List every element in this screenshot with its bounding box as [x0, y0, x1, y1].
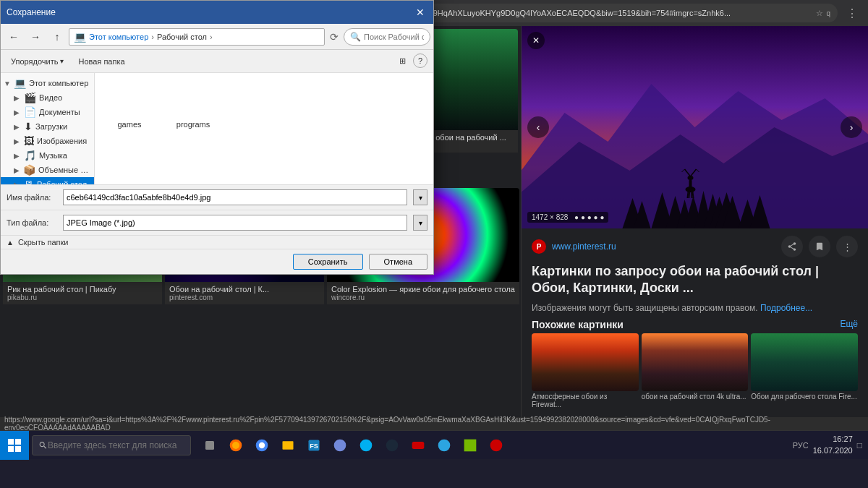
taskbar-icon-skype[interactable]	[353, 431, 379, 460]
right-panel: ✕ ‹ › 1472 × 828 ● ● ● ● ● P	[521, 26, 868, 459]
taskbar-search-bar[interactable]	[32, 435, 191, 455]
taskbar-icon-game[interactable]	[405, 431, 431, 460]
clock[interactable]: 16:27 16.07.2020	[813, 434, 853, 456]
similar-card-1-label: Атмосферные обои из Firewat...	[532, 393, 639, 408]
tree-item-music[interactable]: ▶ 🎵 Музыка	[1, 148, 94, 163]
browser-star-icon: ☆	[816, 9, 823, 18]
new-folder-button[interactable]: Новая папка	[74, 54, 129, 69]
tree-item-documents[interactable]: ▶ 📄 Документы	[1, 105, 94, 119]
taskbar-icon-fs[interactable]: FS	[301, 431, 327, 460]
save-button[interactable]: Сохранить	[293, 254, 363, 270]
panel-prev-button[interactable]: ‹	[527, 116, 549, 138]
right-panel-desc: Изображения могут быть защищены авторски…	[532, 303, 858, 313]
svg-rect-38	[283, 441, 294, 450]
panel-nav: ‹ ›	[522, 116, 868, 138]
folder-programs[interactable]: programs	[164, 79, 222, 132]
dialog-close-button[interactable]: ✕	[413, 5, 427, 20]
more-button[interactable]: ⋮	[836, 236, 858, 257]
tray-keyboard-layout[interactable]: РУС	[793, 441, 809, 450]
hide-folders-bar[interactable]: ▲ Скрыть папки	[1, 235, 433, 249]
desktop: ← → ↻ ⌂ https://www.google.com/search?q=…	[0, 0, 868, 459]
view-button[interactable]: ⊞	[395, 53, 410, 69]
filetype-select[interactable]: JPEG Image (*.jpg)	[63, 215, 407, 231]
cancel-button[interactable]: Отмена	[369, 254, 427, 270]
taskbar-search-input[interactable]	[48, 440, 184, 450]
site-url[interactable]: www.pinterest.ru	[552, 241, 775, 252]
folder-games-body	[111, 90, 148, 115]
similar-card-2[interactable]: обои на рабочий стол 4k ultra...	[642, 333, 749, 408]
save-dialog: Сохранение ✕ ← → ↑ 💻 Этот компьютер › Ра…	[0, 0, 434, 275]
hide-folders-label: Скрыть папки	[18, 238, 69, 247]
taskbar-icon-explorer[interactable]	[275, 431, 301, 460]
svg-text:FS: FS	[310, 442, 318, 450]
tree-label-computer: Этот компьютер	[29, 79, 88, 87]
explorer-up-button[interactable]: ↑	[47, 27, 67, 47]
filetype-dropdown-arrow[interactable]: ▾	[413, 215, 427, 231]
bookmark-button[interactable]	[809, 236, 830, 257]
tree-label-downloads: Загрузки	[35, 122, 67, 131]
tree-item-downloads[interactable]: ▶ ⬇ Загрузки	[1, 119, 94, 134]
taskbar-icon-steam[interactable]	[379, 431, 405, 460]
explorer-toolbar: ← → ↑ 💻 Этот компьютер › Рабочий стол › …	[1, 24, 433, 50]
taskbar-icon-extra[interactable]	[483, 431, 509, 460]
command-bar: Упорядочить ▾ Новая папка ⊞ ?	[1, 50, 433, 73]
windows-logo-icon	[7, 438, 22, 453]
browser-menu-button[interactable]: ⋮	[842, 3, 862, 23]
address-desktop: Рабочий стол	[157, 33, 207, 41]
panel-close-button[interactable]: ✕	[527, 32, 545, 49]
svg-rect-30	[15, 439, 21, 445]
organize-button[interactable]: Упорядочить ▾	[7, 54, 68, 69]
image-dimensions: 1472 × 828 ● ● ● ● ●	[527, 212, 608, 223]
browser-status-bar: https://www.google.com/url?sa=i&url=http…	[0, 417, 868, 430]
tree-item-video[interactable]: ▶ 🎬 Видео	[1, 90, 94, 105]
right-panel-title: Картинки по запросу обои на рабочий стол…	[532, 263, 858, 297]
share-button[interactable]	[781, 236, 803, 257]
similar-more-link[interactable]: Ещё	[840, 319, 858, 330]
browser-status-url: https://www.google.com/url?sa=i&url=http…	[4, 416, 864, 432]
taskbar-icon-cortana[interactable]	[197, 431, 223, 460]
start-button[interactable]	[0, 431, 29, 460]
explorer-search-input[interactable]	[364, 33, 424, 41]
right-desc-link[interactable]: Подробнее...	[760, 303, 812, 313]
img-source-4: pikabu.ru	[7, 294, 158, 301]
filename-input[interactable]	[63, 189, 407, 205]
tree-expand-documents: ▶	[14, 108, 22, 116]
notification-button[interactable]: □	[857, 440, 862, 450]
folder-programs-body	[175, 90, 211, 115]
filename-row: Имя файла: ▾	[1, 184, 433, 210]
filename-dropdown-arrow[interactable]: ▾	[413, 189, 427, 205]
tree-expand-music: ▶	[14, 152, 22, 160]
right-panel-actions: ⋮	[781, 236, 858, 257]
img-source-6: wincore.ru	[331, 294, 515, 301]
tree-item-desktop[interactable]: ▶ 🖥 Рабочий стол	[1, 177, 94, 184]
organize-dropdown-arrow: ▾	[60, 57, 64, 65]
tree-item-computer[interactable]: ▼ 💻 Этот компьютер	[1, 76, 94, 90]
browser-q-icon: q	[826, 9, 830, 17]
taskbar-icon-telegram[interactable]	[431, 431, 457, 460]
img-title-5: Обои на рабочий стол | К...	[169, 285, 320, 294]
help-button[interactable]: ?	[413, 53, 427, 68]
tree-label-3dobjects: Объемные об...	[38, 166, 91, 174]
taskbar-icon-discord[interactable]	[327, 431, 353, 460]
similar-card-1[interactable]: Атмосферные обои из Firewat...	[532, 333, 639, 408]
folder-games[interactable]: games	[101, 79, 158, 132]
address-computer[interactable]: Этот компьютер	[89, 33, 148, 41]
right-info-header: P www.pinterest.ru ⋮	[532, 236, 858, 257]
taskbar-icon-nvidia[interactable]	[457, 431, 483, 460]
clock-time: 16:27	[813, 434, 853, 445]
explorer-back-button[interactable]: ←	[4, 27, 24, 47]
similar-card-3[interactable]: Обои для рабочего стола Fire...	[751, 333, 858, 408]
explorer-forward-button[interactable]: →	[25, 27, 46, 47]
right-panel-image: ✕ ‹ › 1472 × 828 ● ● ● ● ●	[522, 26, 868, 228]
tree-item-3dobjects[interactable]: ▶ 📦 Объемные об...	[1, 163, 94, 177]
svg-rect-17	[689, 179, 692, 189]
panel-next-button[interactable]: ›	[841, 116, 862, 138]
explorer-refresh-button[interactable]: ⟳	[326, 29, 342, 45]
taskbar-search-icon	[38, 440, 48, 450]
taskbar-icon-firefox[interactable]	[223, 431, 249, 460]
svg-rect-33	[205, 441, 214, 450]
taskbar-icon-chrome[interactable]	[249, 431, 275, 460]
explorer-address-bar[interactable]: 💻 Этот компьютер › Рабочий стол ›	[69, 28, 325, 46]
tree-item-images[interactable]: ▶ 🖼 Изображения	[1, 134, 94, 148]
svg-rect-44	[412, 442, 425, 449]
